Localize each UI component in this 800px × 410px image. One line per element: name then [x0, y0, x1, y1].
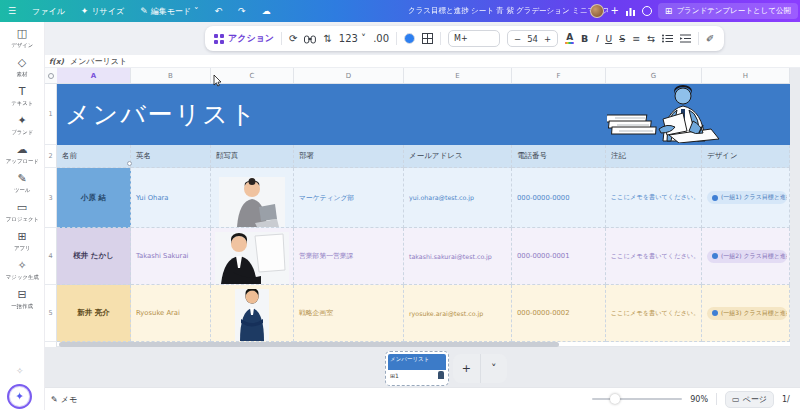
header-cell-C[interactable]: 顔写真	[211, 145, 294, 168]
header-cell-F[interactable]: 電話番号	[512, 145, 606, 168]
cell-photo[interactable]	[211, 168, 294, 228]
notes-button[interactable]: ✎ メモ	[45, 394, 77, 405]
title-cell[interactable]: メンバーリスト	[57, 84, 790, 145]
column-header-H[interactable]: H	[702, 68, 790, 83]
row-number-1[interactable]: 1	[45, 84, 57, 145]
cell-note[interactable]: ここにメモを書いてください。	[606, 285, 702, 342]
column-header-G[interactable]: G	[606, 68, 702, 83]
sidebar-item-brand[interactable]: ✦ブランド	[10, 115, 35, 137]
cell-photo[interactable]	[211, 228, 294, 285]
column-header-A[interactable]: A	[57, 68, 131, 83]
cell-phone[interactable]: 000-0000-0000	[512, 168, 606, 228]
sort-icon[interactable]: ⇅	[323, 34, 331, 44]
cell-email[interactable]: takashi.sakurai@test.co.jp	[404, 228, 512, 285]
edit-mode-button[interactable]: ✎編集モード˅	[132, 0, 206, 22]
header-cell-G[interactable]: 注記	[606, 145, 702, 168]
sidebar-item-bulk-create[interactable]: ⊟一括作成	[10, 289, 34, 311]
binoculars-icon[interactable]	[304, 34, 316, 44]
cell-email[interactable]: ryosuke.arai@test.co.jp	[404, 285, 512, 342]
sidebar-item-text[interactable]: Tテキスト	[10, 86, 35, 108]
strikethrough-button[interactable]: S	[619, 33, 625, 44]
fill-color-button[interactable]	[404, 33, 415, 44]
undo-button[interactable]: ↶	[207, 0, 231, 22]
list-button[interactable]	[662, 34, 673, 43]
cloud-save-status[interactable]: ☁	[254, 0, 279, 22]
row-number-[interactable]	[45, 342, 57, 347]
cell-design[interactable]: (一組1) クラス目標と進捗 …	[702, 168, 790, 228]
zoom-slider[interactable]	[592, 398, 682, 400]
selection-handle[interactable]	[127, 161, 132, 166]
row-number-2[interactable]: 2	[45, 145, 57, 168]
spacing-button[interactable]: ⇆	[647, 33, 655, 44]
cell-department[interactable]: マーケティング部	[294, 168, 404, 228]
cell-english-name[interactable]: Yui Ohara	[131, 168, 211, 228]
cell-photo[interactable]	[211, 285, 294, 342]
sidebar-item-projects[interactable]: ▭プロジェクト	[4, 202, 41, 224]
avatar[interactable]	[590, 4, 604, 18]
cell-english-name[interactable]: Ryosuke Arai	[131, 285, 211, 342]
column-header-C[interactable]: C	[211, 68, 294, 83]
comment-icon[interactable]	[642, 6, 652, 16]
cell-name[interactable]: 桜井 たかし	[57, 228, 131, 285]
insights-chart-icon[interactable]	[625, 6, 636, 17]
header-cell-D[interactable]: 部署	[294, 145, 404, 168]
sheet-list-button[interactable]: ˅	[481, 354, 508, 383]
effects-wand-icon[interactable]: ✐	[706, 34, 714, 44]
sidebar-item-magic-media[interactable]: ✧マジック生成	[4, 260, 41, 282]
font-size-decrease[interactable]: −	[514, 34, 521, 44]
cell-department[interactable]: 営業部第一営業課	[294, 228, 404, 285]
row-number-3[interactable]: 3	[45, 168, 57, 228]
row-number-4[interactable]: 4	[45, 228, 57, 285]
cell-design[interactable]: (一組3) クラス目標と進捗 …	[702, 285, 790, 342]
add-sheet-button[interactable]: +	[453, 354, 481, 383]
decimal-places-button[interactable]: .00	[373, 34, 389, 44]
underline-button[interactable]: U	[605, 33, 612, 44]
column-header-E[interactable]: E	[404, 68, 512, 83]
cell-english-name[interactable]: Takashi Sakurai	[131, 228, 211, 285]
add-member-button[interactable]: +	[610, 6, 618, 16]
indent-button[interactable]	[680, 34, 691, 43]
bold-button[interactable]: B	[581, 33, 588, 44]
page-view-button[interactable]: ▭ ページ	[725, 391, 774, 408]
design-link-chip[interactable]: (一組2) クラス目標と進捗 …	[707, 250, 787, 263]
number-format-dropdown[interactable]: 123 ˅	[339, 34, 366, 44]
cell-phone[interactable]: 000-0000-0002	[512, 285, 606, 342]
formula-bar[interactable]: f(x) メンバーリスト	[45, 55, 800, 68]
cell-note[interactable]: ここにメモを書いてください。	[606, 228, 702, 285]
main-menu-button[interactable]: ☰	[0, 0, 24, 22]
header-cell-E[interactable]: メールアドレス	[404, 145, 512, 168]
borders-icon[interactable]	[422, 33, 433, 44]
font-size-increase[interactable]: +	[544, 34, 551, 44]
column-header-B[interactable]: B	[131, 68, 211, 83]
horizontal-scrollbar[interactable]	[59, 342, 559, 347]
reading-person-illustration[interactable]	[607, 85, 729, 147]
refresh-icon[interactable]: ⟳	[289, 34, 297, 44]
redo-button[interactable]: ↷	[230, 0, 254, 22]
select-all-button[interactable]	[45, 68, 57, 83]
cell-name[interactable]: 新井 亮介	[57, 285, 131, 342]
header-cell-A[interactable]: 名前	[57, 145, 131, 168]
publish-brand-template-button[interactable]: ⊞ ブランドテンプレートとして公開	[658, 3, 798, 19]
canva-assistant-button[interactable]: ✦	[7, 384, 32, 409]
cell-note[interactable]: ここにメモを書いてください。	[606, 168, 702, 228]
cell-email[interactable]: yui.ohara@test.co.jp	[404, 168, 512, 228]
cell-department[interactable]: 戦略企画室	[294, 285, 404, 342]
font-family-selector[interactable]: M+	[448, 30, 500, 47]
sidebar-item-apps[interactable]: ⊞アプリ	[13, 231, 31, 253]
document-title[interactable]: クラス目標と進捗 シート 青 紫 グラデーション ミニマリストス...	[408, 0, 608, 22]
sidebar-item-uploads[interactable]: ☁アップロード	[4, 144, 41, 166]
zoom-slider-knob[interactable]	[610, 394, 620, 404]
column-header-F[interactable]: F	[512, 68, 606, 83]
alignment-button[interactable]: ≡	[632, 33, 640, 44]
actions-button[interactable]: アクション	[214, 32, 274, 45]
header-cell-H[interactable]: デザイン	[702, 145, 790, 168]
cell-phone[interactable]: 000-0000-0001	[512, 228, 606, 285]
font-size-stepper[interactable]: − 54 +	[507, 30, 558, 47]
design-link-chip[interactable]: (一組1) クラス目標と進捗 …	[707, 191, 787, 204]
column-header-D[interactable]: D	[294, 68, 404, 83]
resize-button[interactable]: ✦リサイズ	[73, 0, 132, 22]
sheet-tab-thumbnail[interactable]: メンバーリスト ⊞1	[385, 351, 449, 386]
italic-button[interactable]: I	[595, 33, 598, 44]
cell-name[interactable]: 小原 結	[57, 168, 131, 228]
sidebar-item-tools[interactable]: ✎ツール	[13, 173, 31, 195]
